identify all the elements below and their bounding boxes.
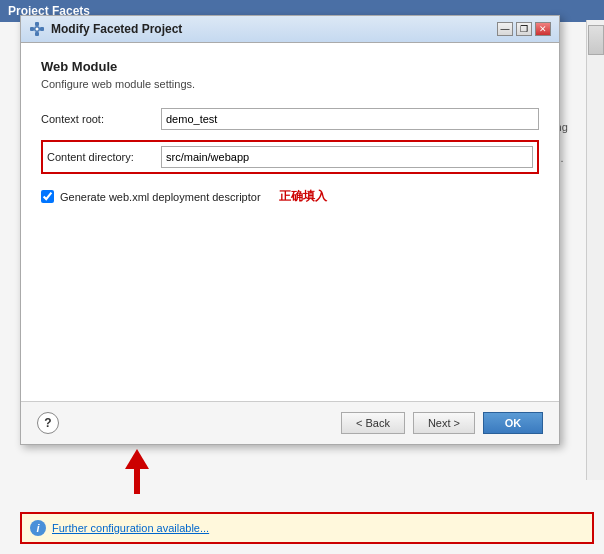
- annotation-arrow: [125, 449, 149, 494]
- modal-body: Web Module Configure web module settings…: [21, 43, 559, 401]
- arrow-stem: [134, 469, 140, 494]
- bottom-notification-bar: i Further configuration available...: [20, 512, 594, 544]
- next-button[interactable]: Next >: [413, 412, 475, 434]
- svg-point-5: [36, 28, 39, 31]
- scrollbar-thumb[interactable]: [588, 25, 604, 55]
- content-directory-label: Content directory:: [47, 151, 161, 163]
- content-directory-row: Content directory:: [41, 140, 539, 174]
- close-button[interactable]: ✕: [535, 22, 551, 36]
- modal-titlebar: Modify Faceted Project — ❐ ✕: [21, 16, 559, 43]
- correct-annotation: 正确填入: [279, 188, 327, 205]
- back-button[interactable]: < Back: [341, 412, 405, 434]
- context-root-input[interactable]: [161, 108, 539, 130]
- generate-webxml-checkbox[interactable]: [41, 190, 54, 203]
- further-config-link[interactable]: Further configuration available...: [52, 522, 209, 534]
- restore-button[interactable]: ❐: [516, 22, 532, 36]
- content-directory-input[interactable]: [161, 146, 533, 168]
- context-root-row: Context root:: [41, 108, 539, 130]
- scrollbar[interactable]: [586, 20, 604, 480]
- info-icon: i: [30, 520, 46, 536]
- generate-webxml-label: Generate web.xml deployment descriptor: [60, 191, 261, 203]
- svg-rect-2: [30, 27, 34, 31]
- svg-rect-1: [35, 32, 39, 36]
- modal-title: Modify Faceted Project: [51, 22, 182, 36]
- svg-rect-0: [35, 22, 39, 26]
- footer-right: < Back Next > OK: [341, 412, 543, 434]
- context-root-label: Context root:: [41, 113, 161, 125]
- footer-left: ?: [37, 412, 59, 434]
- help-button[interactable]: ?: [37, 412, 59, 434]
- titlebar-buttons: — ❐ ✕: [497, 22, 551, 36]
- modal-footer: ? < Back Next > OK: [21, 401, 559, 444]
- generate-webxml-row: Generate web.xml deployment descriptor 正…: [41, 188, 539, 205]
- dialog-icon: [29, 21, 45, 37]
- ok-button[interactable]: OK: [483, 412, 543, 434]
- section-description: Configure web module settings.: [41, 78, 539, 90]
- svg-rect-3: [40, 27, 44, 31]
- section-title: Web Module: [41, 59, 539, 74]
- minimize-button[interactable]: —: [497, 22, 513, 36]
- titlebar-left: Modify Faceted Project: [29, 21, 182, 37]
- modify-faceted-project-dialog: Modify Faceted Project — ❐ ✕ Web Module …: [20, 15, 560, 445]
- arrow-head: [125, 449, 149, 469]
